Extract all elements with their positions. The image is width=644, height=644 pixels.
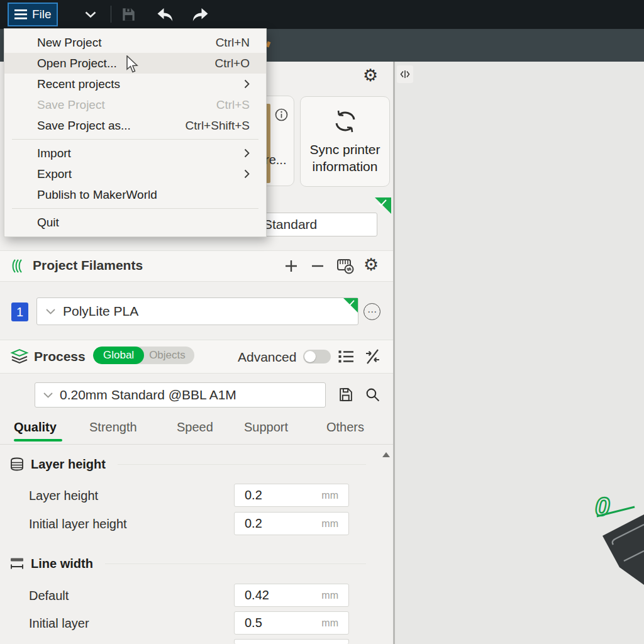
sync-button-label-line2: information xyxy=(309,158,380,175)
filament-select-value: PolyLite PLA xyxy=(63,304,138,319)
chevron-down-icon xyxy=(46,309,55,314)
menu-item-save-project[interactable]: Save Project Ctrl+S xyxy=(4,94,266,115)
tab-others[interactable]: Others xyxy=(326,420,364,435)
ellipsis-icon: ⋯ xyxy=(367,309,377,315)
tab-support[interactable]: Support xyxy=(244,420,288,435)
file-menu-button[interactable]: File xyxy=(8,3,58,26)
menu-item-new-project[interactable]: New Project Ctrl+N xyxy=(4,32,266,53)
line-width-icon xyxy=(9,556,25,571)
menu-item-publish-makerworld[interactable]: Publish to MakerWorld xyxy=(4,184,266,205)
section-rule xyxy=(105,564,366,564)
advanced-label: Advanced xyxy=(238,350,296,365)
submenu-chevron-icon xyxy=(244,79,250,89)
scroll-up-arrow[interactable] xyxy=(382,452,391,458)
tabs-divider xyxy=(0,444,393,445)
menu-item-shortcut: Ctrl+S xyxy=(216,98,250,112)
hamburger-icon xyxy=(14,9,27,19)
title-bar: File xyxy=(0,0,644,29)
menu-item-import[interactable]: Import xyxy=(4,143,266,164)
toggle-knob xyxy=(304,351,316,362)
sync-button-label-line1: Sync printer xyxy=(309,141,380,158)
menu-item-save-project-as[interactable]: Save Project as... Ctrl+Shift+S xyxy=(4,115,266,136)
check-icon xyxy=(347,300,355,306)
menu-item-label: Save Project xyxy=(37,98,216,112)
collapse-sidebar-handle[interactable] xyxy=(397,65,413,83)
save-button[interactable] xyxy=(119,6,137,23)
process-scope-toggle[interactable]: Global Objects xyxy=(93,347,194,364)
printer-name-truncated: re... xyxy=(265,153,286,167)
tab-strength[interactable]: Strength xyxy=(89,420,137,435)
chevron-down-icon xyxy=(85,11,96,18)
filament-slot-badge[interactable]: 1 xyxy=(11,303,28,321)
settings-list-button[interactable] xyxy=(338,350,354,364)
nozzle-value: Standard xyxy=(264,217,317,232)
toolbar-divider xyxy=(111,6,111,23)
filament-more-button[interactable]: ⋯ xyxy=(364,303,380,320)
menu-item-label: Publish to MakerWorld xyxy=(37,188,250,202)
scope-objects-option[interactable]: Objects xyxy=(144,347,194,364)
unit-label: mm xyxy=(321,618,338,629)
search-settings-button[interactable] xyxy=(365,387,380,402)
undo-button[interactable] xyxy=(155,4,176,25)
submenu-chevron-icon xyxy=(244,169,250,179)
filament-settings-button[interactable]: ⚙ xyxy=(364,257,379,274)
menu-item-label: Import xyxy=(37,147,244,160)
info-icon[interactable] xyxy=(275,108,288,121)
sync-icon xyxy=(331,108,360,135)
menu-item-label: New Project xyxy=(37,36,216,50)
layer-height-input[interactable]: 0.2 mm xyxy=(234,484,349,507)
default-line-width-input[interactable]: 0.42 mm xyxy=(234,584,349,607)
initial-layer-line-width-value: 0.5 xyxy=(245,616,321,630)
gear-icon: ⚙ xyxy=(364,255,379,274)
layer-height-icon xyxy=(9,457,25,472)
file-menu-label: File xyxy=(32,8,52,21)
advanced-toggle[interactable] xyxy=(303,350,331,364)
initial-layer-height-value: 0.2 xyxy=(245,516,321,531)
check-icon xyxy=(378,199,387,206)
redo-button[interactable] xyxy=(189,4,211,25)
process-preset-select[interactable]: 0.20mm Standard @BBL A1M xyxy=(35,382,326,408)
sync-printer-button[interactable]: Sync printer information xyxy=(300,96,390,187)
process-title: Process xyxy=(34,349,86,364)
plate-origin-label: 0 xyxy=(595,492,609,522)
partially-visible-input[interactable] xyxy=(234,639,349,644)
menu-divider xyxy=(12,139,258,140)
menu-item-recent-projects[interactable]: Recent projects xyxy=(4,74,266,94)
unit-label: mm xyxy=(321,490,338,501)
layer-height-value: 0.2 xyxy=(245,488,321,502)
menu-item-shortcut: Ctrl+O xyxy=(215,57,250,70)
build-plate[interactable] xyxy=(591,503,644,644)
mouse-cursor xyxy=(126,55,140,74)
initial-layer-line-width-input[interactable]: 0.5 mm xyxy=(234,611,349,635)
chevron-down-icon xyxy=(43,392,53,398)
unit-label: mm xyxy=(321,590,338,601)
initial-layer-height-input[interactable]: 0.2 mm xyxy=(234,512,349,535)
add-filament-button[interactable] xyxy=(284,259,298,273)
menu-item-shortcut: Ctrl+Shift+S xyxy=(186,119,250,133)
collapse-icon xyxy=(399,69,411,79)
initial-layer-height-label: Initial layer height xyxy=(29,517,127,531)
save-preset-button[interactable] xyxy=(338,387,353,402)
active-tab-underline xyxy=(14,439,62,441)
layer-height-label: Layer height xyxy=(29,489,98,503)
compare-presets-button[interactable] xyxy=(365,348,380,365)
printer-settings-button[interactable]: ⚙ xyxy=(363,67,378,84)
section-rule xyxy=(118,464,366,465)
menu-item-label: Save Project as... xyxy=(37,119,186,133)
menu-item-export[interactable]: Export xyxy=(4,164,266,184)
filament-icon xyxy=(10,257,28,275)
submenu-chevron-icon xyxy=(244,148,250,158)
ams-sync-button[interactable] xyxy=(336,257,355,275)
tab-speed[interactable]: Speed xyxy=(177,420,213,435)
remove-filament-button[interactable] xyxy=(311,259,325,273)
scope-global-option[interactable]: Global xyxy=(93,347,144,364)
menu-item-quit[interactable]: Quit xyxy=(4,212,266,233)
gear-icon: ⚙ xyxy=(363,66,378,85)
process-layers-icon xyxy=(10,348,29,365)
unit-label: mm xyxy=(321,518,338,530)
filament-select[interactable]: PolyLite PLA xyxy=(36,297,358,325)
tab-quality[interactable]: Quality xyxy=(14,420,57,435)
default-line-width-label: Default xyxy=(29,589,69,603)
file-menu-expand-button[interactable] xyxy=(77,5,104,24)
menu-item-shortcut: Ctrl+N xyxy=(216,36,250,50)
